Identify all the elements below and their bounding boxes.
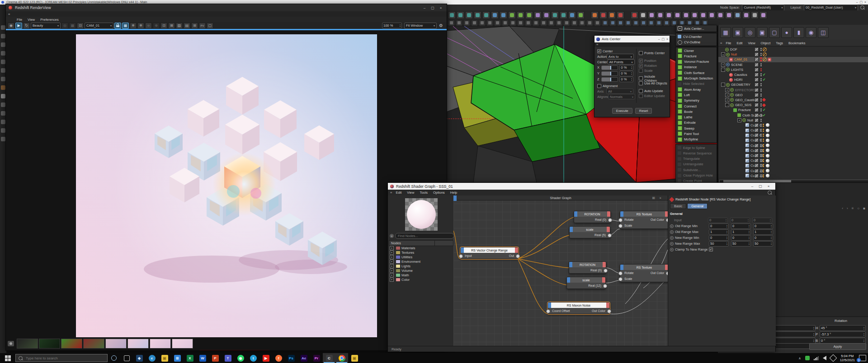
toolbar-icon[interactable]: [448, 11, 456, 19]
toolbar-icon[interactable]: [517, 20, 524, 26]
toolbar-icon[interactable]: [640, 20, 647, 26]
snapshot-freeze-icon[interactable]: ❄: [130, 23, 137, 29]
animation-toggle-icon[interactable]: [670, 224, 674, 228]
snapshot-freeze-b-icon[interactable]: ❄: [137, 23, 144, 29]
sg-menu-help[interactable]: Help: [450, 191, 457, 195]
attr-value-field[interactable]: 0▴▾: [730, 218, 750, 223]
material-tag-icon[interactable]: [766, 164, 769, 168]
attr-value-field[interactable]: 50▴▾: [753, 241, 773, 247]
toolbar-icon[interactable]: [751, 11, 759, 19]
layer-toggle[interactable]: [755, 68, 759, 72]
checkbox[interactable]: ✓: [639, 64, 643, 68]
primitive-icon[interactable]: ▢: [769, 27, 780, 38]
toolbar-icon[interactable]: [482, 11, 490, 19]
layer-toggle[interactable]: [755, 149, 759, 153]
node-category-environment[interactable]: + Environment: [389, 259, 453, 264]
toolbar-icon[interactable]: [591, 11, 599, 19]
toolbar-icon[interactable]: [509, 20, 516, 26]
material-tag-icon[interactable]: [766, 149, 769, 152]
toolbar-icon[interactable]: [682, 11, 690, 19]
category-expander-icon[interactable]: +: [390, 260, 394, 264]
toolbar-icon[interactable]: [594, 20, 601, 26]
graph-node-rotation[interactable]: ROTATION Real (0): [574, 211, 611, 223]
object-row-dof[interactable]: DOF: [718, 47, 868, 52]
primitive-icon[interactable]: ◫: [818, 27, 829, 38]
cortana-button[interactable]: [108, 353, 120, 363]
expander-icon[interactable]: +: [725, 88, 729, 92]
axis-y-slider[interactable]: [601, 71, 618, 76]
task-view-button[interactable]: [120, 353, 133, 363]
graph-node-scale[interactable]: scale Real (12): [566, 277, 606, 289]
app-teams[interactable]: T: [222, 353, 234, 363]
toolbar-icon[interactable]: [571, 20, 578, 26]
alignment-checkbox[interactable]: [597, 84, 601, 88]
layer-toggle[interactable]: [755, 154, 759, 158]
input-port[interactable]: [459, 254, 463, 258]
primitive-icon[interactable]: ◉: [806, 27, 816, 38]
primitive-icon[interactable]: ▣: [757, 27, 768, 38]
volume-icon[interactable]: [823, 356, 826, 360]
object-row-scene[interactable]: +SCENE: [718, 62, 868, 67]
toolbar-icon[interactable]: [608, 11, 616, 19]
toolbar-icon[interactable]: [471, 20, 478, 26]
graph-node-rs-texture[interactable]: RS Texture Rotate Out Color Scale: [620, 264, 668, 282]
clear-search-icon[interactable]: ×: [390, 234, 394, 238]
toolbar-icon[interactable]: [517, 11, 524, 19]
input-port[interactable]: [618, 218, 623, 222]
phong-tag-icon[interactable]: [763, 164, 764, 167]
layer-toggle[interactable]: [755, 93, 759, 97]
primitive-icon[interactable]: ●: [781, 27, 792, 38]
attr-value-field[interactable]: 0▴▾: [752, 218, 772, 223]
app-premiere[interactable]: Pr: [310, 353, 323, 363]
center-dropdown[interactable]: All Points▾: [608, 59, 635, 65]
fit-mode-dropdown[interactable]: Fit Window▾: [404, 23, 437, 29]
graph-node-scale[interactable]: scale Real (5): [569, 226, 610, 238]
disabled-tag-icon[interactable]: [763, 57, 767, 61]
left-strip-icon[interactable]: [1, 60, 5, 64]
render-snapshot-thumbnail[interactable]: [83, 339, 104, 349]
sg-menu-tools[interactable]: Tools: [420, 191, 428, 195]
render-snapshot-thumbnail[interactable]: [105, 339, 127, 349]
visibility-dots[interactable]: [760, 144, 762, 147]
app-youtube[interactable]: ▶: [259, 353, 272, 363]
visibility-dots[interactable]: [760, 134, 762, 137]
enabled-check-icon[interactable]: ✓: [763, 108, 766, 112]
toolbar-icon[interactable]: [542, 11, 550, 19]
toolbar-icon[interactable]: [609, 20, 616, 26]
visibility-dots[interactable]: [760, 63, 762, 66]
object-row-lights[interactable]: -LIGHTS: [718, 67, 868, 72]
tool-menu-item-sweep[interactable]: Sweep: [676, 126, 717, 131]
visibility-dots[interactable]: [760, 149, 762, 152]
category-expander-icon[interactable]: +: [390, 273, 394, 277]
axis-z-slider[interactable]: [601, 77, 618, 82]
output-port[interactable]: [607, 309, 611, 313]
layer-toggle[interactable]: [755, 118, 759, 122]
object-manager-menu-icon[interactable]: ≡: [720, 41, 722, 45]
expander-icon[interactable]: +: [721, 63, 725, 67]
toolbar-icon[interactable]: [548, 20, 555, 26]
attr-value-field[interactable]: 1▴▾: [731, 229, 751, 235]
tool-menu-item-reverse-sequence[interactable]: Reverse Sequence: [676, 150, 717, 156]
lock-panel-icon[interactable]: ■: [863, 206, 865, 210]
checkbox[interactable]: ✓: [639, 59, 643, 63]
tool-menu-item-mograph-selection[interactable]: MoGraph Selection: [676, 75, 717, 81]
layer-toggle[interactable]: [755, 169, 759, 173]
to-picture-viewer-icon[interactable]: PV: [199, 23, 206, 29]
animation-toggle-icon[interactable]: [670, 236, 674, 240]
phong-tag-icon[interactable]: [763, 154, 764, 157]
renderview-hamburger-icon[interactable]: ≡: [8, 12, 10, 16]
main-window-controls[interactable]: – ▢ ×: [856, 0, 866, 4]
graph-node-rs-vector-change-range[interactable]: RS Vector Change Range Input Out: [460, 247, 519, 259]
node-category-utilities[interactable]: + Utilities: [389, 255, 453, 259]
toolbar-icon[interactable]: [708, 11, 716, 19]
renderview-settings-gear-icon[interactable]: ⚙: [439, 23, 443, 28]
toolbar-icon[interactable]: [656, 20, 662, 26]
node-category-math[interactable]: + Math: [389, 273, 453, 277]
visibility-dots[interactable]: [760, 154, 762, 157]
expander-icon[interactable]: +: [725, 98, 729, 102]
phong-tag-icon[interactable]: [763, 174, 764, 177]
tray-expand-icon[interactable]: ∧: [798, 356, 801, 360]
left-strip-icon[interactable]: [1, 137, 5, 141]
taskbar-search[interactable]: [15, 354, 108, 362]
toolbar-icon[interactable]: [494, 20, 501, 26]
